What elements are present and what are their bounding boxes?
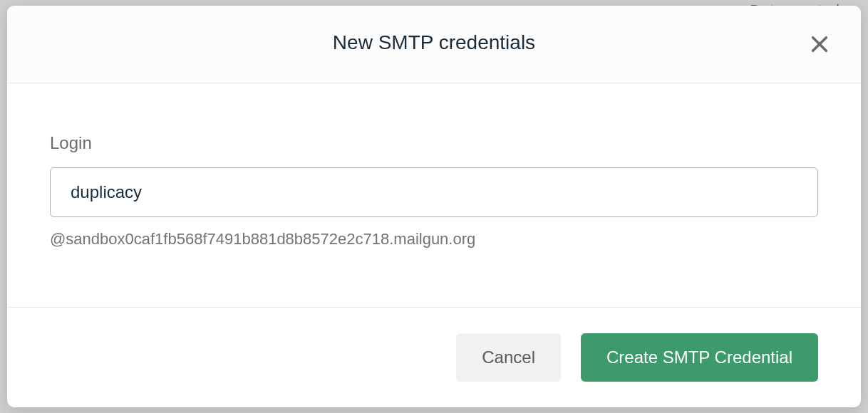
close-icon: [810, 34, 830, 54]
domain-suffix-text: @sandbox0caf1fb568f7491b881d8b8572e2c718…: [50, 230, 818, 249]
close-button[interactable]: [807, 31, 832, 57]
create-smtp-credential-button[interactable]: Create SMTP Credential: [581, 333, 818, 382]
modal-footer: Cancel Create SMTP Credential: [7, 307, 861, 407]
login-input[interactable]: [50, 167, 818, 217]
login-label: Login: [50, 133, 818, 153]
modal-header: New SMTP credentials: [7, 6, 861, 83]
modal-title: New SMTP credentials: [21, 31, 847, 54]
cancel-button[interactable]: Cancel: [456, 333, 561, 382]
new-smtp-credentials-modal: New SMTP credentials Login @sandbox0caf1…: [7, 6, 861, 407]
modal-body: Login @sandbox0caf1fb568f7491b881d8b8572…: [7, 83, 861, 307]
